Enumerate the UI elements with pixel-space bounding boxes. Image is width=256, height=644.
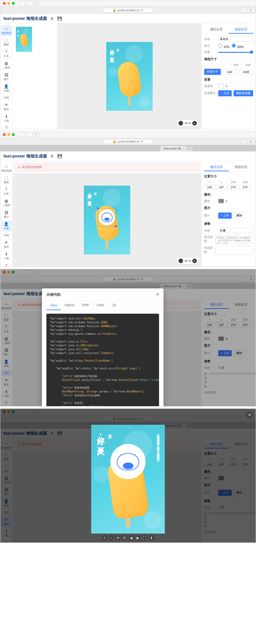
preview-control-6[interactable]: ⛶ — [142, 535, 148, 541]
sidebar-item-5[interactable]: 👤头像 — [1, 358, 12, 369]
modal-close-button[interactable]: × — [156, 292, 159, 297]
share-button[interactable]: ⇪ — [241, 139, 247, 144]
sidebar-item-7[interactable]: 👁预览 — [1, 239, 12, 250]
new-poster-button[interactable]: 🗎 — [50, 16, 54, 21]
close-window-icon[interactable] — [3, 2, 6, 5]
tabs-button[interactable]: ⊞ — [248, 139, 254, 144]
sidebar-item-8[interactable]: ⬇下载 — [1, 388, 12, 399]
tab-attributes[interactable]: 属性设置 — [204, 26, 229, 34]
poster-sub-text[interactable]: 立夏 — [93, 189, 98, 191]
refresh-icon[interactable]: ⟳ — [141, 140, 143, 143]
delete-image-button[interactable]: 删除 — [234, 212, 245, 219]
width-input[interactable] — [223, 69, 237, 75]
sidebar-item-2[interactable]: T文本 — [1, 324, 12, 334]
preview-control-3[interactable]: ⟳ — [122, 535, 127, 541]
maximize-window-icon[interactable] — [12, 2, 15, 5]
height-input[interactable] — [240, 185, 251, 190]
name-input[interactable] — [218, 36, 253, 42]
bgcolor-swatch[interactable] — [218, 84, 224, 88]
preview-control-4[interactable]: ◀ — [128, 535, 134, 541]
quality-slider[interactable] — [218, 52, 253, 53]
nav-back-button[interactable]: ‹ — [20, 133, 25, 137]
save-poster-button[interactable]: 💾 — [57, 154, 62, 158]
sidebar-item-0[interactable]: ▭我的海报 — [1, 25, 12, 36]
sidebar-item-0[interactable]: ▭我的海报 — [1, 301, 12, 311]
new-poster-button[interactable]: 🗎 — [50, 154, 54, 158]
preview-control-7[interactable]: ⬇ — [148, 535, 154, 541]
preview-control-5[interactable]: ▶ — [135, 535, 141, 541]
sidebar-item-2[interactable]: T文本 — [1, 48, 12, 59]
sidebar-item-3[interactable]: ▦二维码 — [1, 335, 12, 346]
sidebar-item-8[interactable]: ⬇下载 — [1, 113, 12, 124]
sidebar-item-5[interactable]: 👤头像 — [1, 221, 12, 231]
upload-image-button[interactable]: + 上传 — [218, 213, 232, 219]
tab-attributes[interactable]: 属性设置 — [204, 164, 229, 171]
param-name-input[interactable] — [218, 228, 253, 233]
minimize-window-icon[interactable] — [7, 2, 10, 5]
sidebar-item-7[interactable]: 👁预览 — [1, 101, 12, 112]
sidebar-item-7[interactable]: 👁预览 — [1, 377, 12, 388]
canvas-area[interactable]: 你好，夏天 立夏 −45 %+ — [12, 173, 201, 267]
maximize-window-icon[interactable] — [12, 133, 15, 136]
tabs-button[interactable]: ⊞ — [248, 8, 254, 12]
tab-poster-settings[interactable]: 海报设置 — [229, 164, 253, 171]
format-jpeg[interactable]: jpeg — [232, 44, 244, 48]
sidebar-item-6[interactable]: 代码 — [1, 94, 12, 101]
sidebar-item-4[interactable]: 🖼图片 — [1, 71, 12, 82]
poster-sub-text[interactable]: 立夏 — [116, 46, 120, 47]
sidebar-item-4[interactable]: 🖼图片 — [1, 209, 12, 220]
preset-size-button[interactable]: 常用尺寸 — [204, 69, 221, 75]
code-tab-curl[interactable]: cURL — [93, 301, 108, 310]
sidebar-item-1[interactable]: ⬚图层 — [1, 312, 12, 323]
preview-control-0[interactable]: + — [101, 535, 107, 541]
sidebar-toggle-button[interactable]: ☰ — [34, 1, 39, 6]
nav-forward-button[interactable]: › — [27, 1, 32, 6]
code-tab-java[interactable]: Java — [46, 301, 61, 310]
code-block[interactable]: "kw">import java.util.HashMap; "kw">impo… — [46, 314, 159, 407]
sidebar-item-3[interactable]: ▦二维码 — [1, 60, 12, 71]
refresh-icon[interactable]: ⟳ — [141, 9, 143, 12]
color-swatch[interactable] — [218, 199, 224, 203]
share-button[interactable]: ⇪ — [241, 8, 247, 12]
zoom-out-button[interactable]: − — [179, 121, 183, 125]
static-param-input[interactable]: https://poster.prodapi.cn/static/images/… — [215, 235, 253, 244]
sidebar-item-8[interactable]: ⬇下载 — [1, 251, 12, 262]
x-input[interactable] — [204, 185, 215, 190]
avatar-selection-box[interactable] — [98, 208, 116, 227]
avatar-image[interactable] — [99, 209, 115, 225]
close-window-icon[interactable] — [3, 133, 6, 136]
code-tab-js[interactable]: JS — [108, 301, 120, 310]
zoom-in-button[interactable]: + — [192, 121, 197, 125]
nav-forward-button[interactable]: › — [27, 133, 32, 137]
nav-back-button[interactable]: ‹ — [20, 1, 25, 6]
sidebar-item-1[interactable]: ⬚图层 — [1, 174, 12, 185]
dynamic-param-input[interactable] — [215, 246, 253, 255]
sidebar-item-2[interactable]: T文本 — [1, 186, 12, 197]
preview-control-1[interactable]: − — [108, 535, 114, 541]
canvas-area[interactable]: 你好，夏天 立夏 − 45 % + — [57, 23, 201, 129]
sidebar-item-3[interactable]: ▦二维码 — [1, 197, 12, 208]
browser-tab[interactable]: fast-poster 海... — [160, 146, 187, 151]
code-tab-php[interactable]: PHP — [78, 301, 93, 310]
new-tab-button[interactable]: + — [187, 147, 193, 151]
minimize-window-icon[interactable] — [7, 133, 10, 136]
zoom-out-button[interactable]: − — [179, 259, 183, 263]
sidebar-item-6[interactable]: 代码 — [1, 232, 12, 238]
upload-bg-button[interactable]: + 上传 — [218, 90, 232, 96]
url-box[interactable]: 🔒 poster.prodapi.cn ⟳ — [103, 8, 153, 12]
sidebar-item-1[interactable]: ⬚图层 — [1, 37, 12, 48]
poster-canvas[interactable]: 你好，夏天 立夏 — [84, 186, 130, 254]
sidebar-item-0[interactable]: ▭我的海报 — [1, 163, 12, 174]
sidebar-toggle-button[interactable]: ☰ — [34, 133, 39, 137]
format-png[interactable]: png — [218, 44, 229, 48]
poster-main-text[interactable]: 你好，夏天 — [87, 190, 93, 199]
poster-main-text[interactable]: 你好，夏天 — [109, 46, 115, 56]
sidebar-item-4[interactable]: 🖼图片 — [1, 347, 12, 358]
tab-poster-settings[interactable]: 海报设置 — [229, 26, 253, 34]
sidebar-item-6[interactable]: 代码 — [1, 370, 12, 376]
height-input[interactable] — [239, 69, 253, 75]
code-tab-python[interactable]: Python — [61, 301, 78, 310]
preview-close-button[interactable]: × — [246, 411, 253, 418]
width-input[interactable] — [228, 185, 239, 190]
zoom-in-button[interactable]: + — [192, 259, 197, 263]
